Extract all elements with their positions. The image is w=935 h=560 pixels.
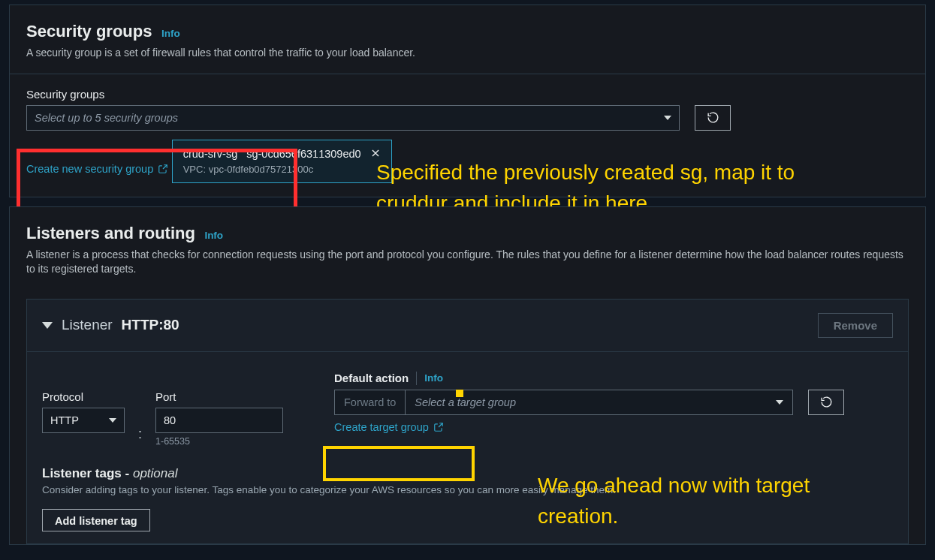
security-groups-select-placeholder: Select up to 5 security groups — [35, 112, 178, 124]
security-groups-select[interactable]: Select up to 5 security groups — [26, 105, 680, 131]
target-group-select[interactable]: Select a target group — [406, 390, 793, 415]
listeners-panel: Listeners and routing Info A listener is… — [9, 206, 926, 545]
create-target-group-link[interactable]: Create target group — [334, 421, 893, 433]
chevron-down-icon — [776, 400, 783, 405]
listeners-desc: A listener is a process that checks for … — [26, 248, 909, 276]
default-action-info-link[interactable]: Info — [424, 372, 443, 384]
refresh-icon — [820, 396, 833, 408]
listener-word: Listener — [62, 317, 113, 333]
listener-proto: HTTP:80 — [122, 317, 179, 333]
port-input[interactable] — [155, 408, 283, 433]
refresh-sg-button[interactable] — [695, 105, 731, 131]
selected-sg-pill: crud-srv-sg sg-0cd656f6311309ed0 VPC: vp… — [172, 140, 392, 183]
colon-separator: : — [138, 426, 142, 447]
listener-tags-desc: Consider adding tags to your listener. T… — [42, 484, 893, 495]
divider — [27, 351, 908, 352]
external-link-icon — [158, 164, 168, 174]
remove-listener-button[interactable]: Remove — [818, 313, 893, 338]
chevron-down-icon — [109, 418, 116, 423]
close-icon — [370, 148, 381, 158]
refresh-icon — [707, 111, 719, 124]
security-groups-title: Security groups — [26, 22, 152, 41]
target-group-placeholder: Select a target group — [415, 396, 516, 408]
port-label: Port — [155, 390, 283, 403]
divider — [10, 74, 925, 74]
external-link-icon — [433, 422, 444, 432]
create-new-sg-link[interactable]: Create new security group — [26, 163, 168, 175]
remove-sg-pill-button[interactable] — [370, 148, 381, 161]
protocol-label: Protocol — [42, 390, 125, 403]
protocol-select[interactable]: HTTP — [42, 408, 125, 433]
add-listener-tag-button[interactable]: Add listener tag — [42, 509, 150, 531]
listeners-title: Listeners and routing — [26, 224, 195, 243]
chevron-down-icon — [664, 116, 671, 120]
listeners-info-link[interactable]: Info — [204, 230, 223, 241]
security-groups-panel: Security groups Info A security group is… — [9, 5, 926, 197]
annotation-marker-dot — [456, 390, 463, 397]
listener-tags-title: Listener tags - optional — [42, 466, 893, 481]
selected-sg-name: crud-srv-sg — [183, 148, 238, 160]
protocol-value: HTTP — [50, 414, 79, 426]
listener-sub-panel: Listener HTTP:80 Remove Protocol HTTP . … — [26, 299, 909, 544]
port-range-hint: 1-65535 — [155, 436, 283, 447]
selected-sg-id: sg-0cd656f6311309ed0 — [246, 148, 360, 160]
forward-to-prefix: Forward to — [334, 390, 406, 415]
collapse-caret-icon[interactable] — [42, 322, 53, 329]
selected-sg-vpc: VPC: vpc-0fdfeb0d75721300c — [183, 164, 381, 175]
refresh-tg-button[interactable] — [808, 390, 844, 415]
separator — [416, 372, 417, 385]
security-groups-info-link[interactable]: Info — [161, 28, 180, 39]
security-groups-field-label: Security groups — [26, 88, 909, 101]
default-action-label: Default action — [334, 372, 409, 384]
security-groups-desc: A security group is a set of firewall ru… — [26, 46, 909, 60]
